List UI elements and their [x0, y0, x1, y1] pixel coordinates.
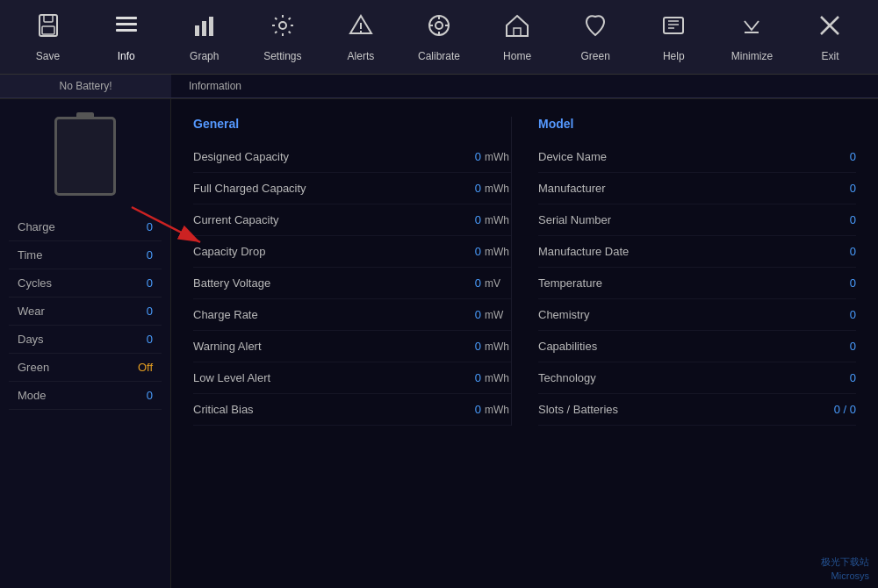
capacity-drop-unit: mWh [485, 246, 511, 258]
green-stat-label: Green [18, 361, 49, 374]
svg-rect-2 [42, 26, 54, 34]
general-column: General Designed Capacity 0 mWh Full Cha… [193, 117, 511, 426]
svg-rect-6 [195, 25, 199, 36]
info-row-critical-bias: Critical Bias 0 mWh [193, 394, 511, 426]
content-area: General Designed Capacity 0 mWh Full Cha… [171, 99, 878, 588]
toolbar-minimize[interactable]: Minimize [713, 2, 791, 72]
info-row-capabilities: Capabilities 0 [538, 331, 856, 362]
no-battery-status: No Battery! [0, 75, 171, 98]
toolbar-settings[interactable]: Settings [243, 2, 321, 72]
capacity-drop-label: Capacity Drop [193, 245, 475, 258]
capabilities-value: 0 [850, 340, 856, 353]
designed-capacity-unit: mWh [485, 151, 511, 163]
capacity-drop-value: 0 [475, 245, 481, 258]
home-label: Home [503, 50, 531, 62]
chemistry-value: 0 [850, 308, 856, 321]
info-row-serial-number: Serial Number 0 [538, 204, 856, 236]
toolbar-save[interactable]: Save [9, 2, 87, 72]
full-charged-value: 0 [475, 182, 481, 195]
technology-value: 0 [850, 371, 856, 384]
minimize-label: Minimize [731, 50, 773, 62]
manufacturer-value: 0 [850, 182, 856, 195]
save-icon [35, 12, 61, 45]
settings-label: Settings [263, 50, 301, 62]
sidebar-stat-cycles: Cycles 0 [9, 269, 162, 298]
info-row-slots-batteries: Slots / Batteries 0 / 0 [538, 394, 856, 426]
toolbar-graph[interactable]: Graph [165, 2, 243, 72]
toolbar-calibrate[interactable]: Calibrate [399, 2, 478, 72]
subheader: No Battery! Information [0, 75, 878, 99]
warning-alert-label: Warning Alert [193, 340, 475, 353]
charge-rate-unit: mW [485, 309, 511, 321]
toolbar-exit[interactable]: Exit [791, 2, 869, 72]
toolbar-home[interactable]: Home [479, 2, 557, 72]
critical-bias-value: 0 [475, 403, 481, 416]
info-row-device-name: Device Name 0 [538, 141, 856, 173]
warning-alert-value: 0 [475, 340, 481, 353]
graph-label: Graph [190, 50, 219, 62]
sidebar-stat-days: Days 0 [9, 326, 162, 354]
full-charged-unit: mWh [485, 183, 511, 195]
info-row-warning-alert: Warning Alert 0 mWh [193, 331, 511, 362]
slots-batteries-value: 0 / 0 [834, 403, 856, 416]
mode-value: 0 [147, 389, 153, 402]
critical-bias-unit: mWh [485, 404, 511, 416]
sidebar-stat-mode: Mode 0 [9, 382, 162, 410]
toolbar-info[interactable]: Info [87, 2, 165, 72]
info-row-manufacturer: Manufacturer 0 [538, 173, 856, 204]
svg-point-13 [435, 22, 443, 29]
wear-value: 0 [147, 305, 153, 318]
designed-capacity-label: Designed Capacity [193, 150, 475, 163]
svg-rect-5 [116, 29, 137, 32]
current-capacity-label: Current Capacity [193, 213, 475, 226]
watermark-line2: Microsys [831, 570, 869, 581]
general-title: General [193, 117, 511, 131]
info-label: Info [118, 50, 135, 62]
model-column: Model Device Name 0 Manufacturer 0 Seria… [511, 117, 856, 426]
model-title: Model [538, 117, 856, 131]
battery-voltage-unit: mV [485, 277, 511, 290]
charge-value: 0 [147, 220, 153, 233]
sidebar-stats: Charge 0 Time 0 Cycles 0 Wear 0 Days 0 G… [0, 213, 170, 410]
low-level-alert-label: Low Level Alert [193, 371, 475, 384]
sidebar: Charge 0 Time 0 Cycles 0 Wear 0 Days 0 G… [0, 99, 171, 588]
wear-label: Wear [18, 305, 45, 318]
svg-rect-7 [202, 21, 206, 36]
exit-icon [817, 12, 843, 45]
full-charged-label: Full Charged Capacity [193, 182, 475, 195]
info-row-battery-voltage: Battery Voltage 0 mV [193, 268, 511, 299]
green-icon [582, 12, 608, 45]
info-section-label: Information [171, 75, 878, 98]
info-row-low-level-alert: Low Level Alert 0 mWh [193, 362, 511, 394]
home-icon [504, 12, 530, 45]
temperature-value: 0 [850, 276, 856, 290]
low-level-alert-value: 0 [475, 371, 481, 384]
svg-rect-11 [360, 31, 362, 32]
svg-rect-19 [664, 18, 683, 33]
current-capacity-value: 0 [475, 213, 481, 226]
sidebar-stat-green: Green Off [9, 354, 162, 382]
green-label: Green [581, 50, 610, 62]
critical-bias-label: Critical Bias [193, 403, 475, 416]
toolbar-alerts[interactable]: Alerts [321, 2, 399, 72]
toolbar-help[interactable]: Help [635, 2, 713, 72]
sidebar-stat-charge: Charge 0 [9, 213, 162, 241]
technology-label: Technology [538, 371, 596, 384]
exit-label: Exit [821, 50, 838, 62]
manufacturer-label: Manufacturer [538, 182, 606, 195]
charge-rate-value: 0 [475, 308, 481, 321]
calibrate-icon [426, 12, 452, 45]
cycles-value: 0 [147, 276, 153, 290]
manufacture-date-label: Manufacture Date [538, 245, 629, 258]
svg-rect-3 [116, 17, 137, 19]
svg-rect-4 [116, 23, 137, 25]
toolbar-green[interactable]: Green [557, 2, 635, 72]
temperature-label: Temperature [538, 276, 602, 290]
current-capacity-unit: mWh [485, 214, 511, 226]
info-row-current-capacity: Current Capacity 0 mWh [193, 204, 511, 236]
device-name-label: Device Name [538, 150, 607, 163]
watermark: 极光下载站 Microsys [821, 556, 869, 581]
graph-icon [191, 12, 218, 45]
info-row-full-charged: Full Charged Capacity 0 mWh [193, 173, 511, 204]
help-icon [660, 12, 687, 45]
